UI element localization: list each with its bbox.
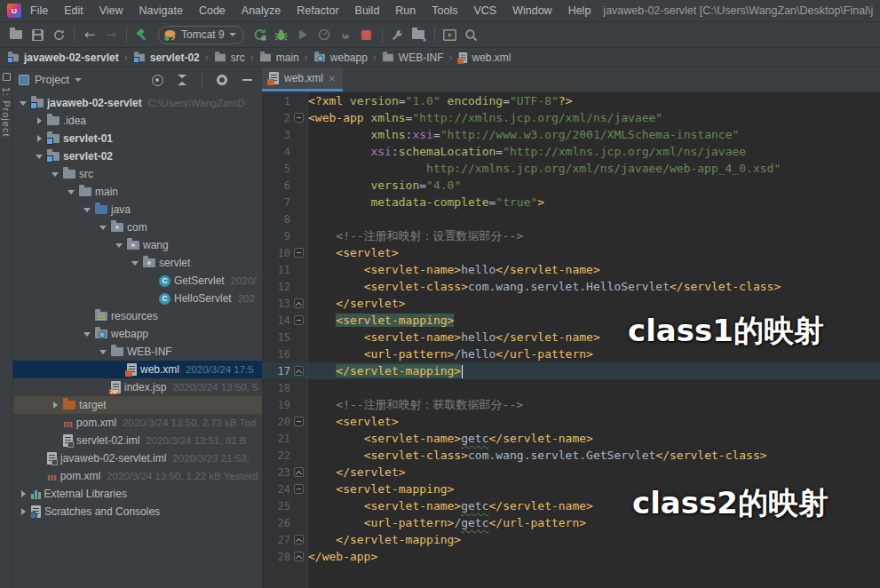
run-icon[interactable] <box>250 24 271 45</box>
breadcrumb-item-WEB-INF[interactable]: WEB-INF <box>382 52 444 64</box>
collapse-all-icon[interactable] <box>172 70 192 90</box>
attach-icon[interactable] <box>335 24 356 45</box>
fold-marker-icon[interactable] <box>294 113 304 123</box>
tree-item-meta: 2020/3/24 13:51, 81 B <box>146 435 246 446</box>
tree-row[interactable]: servlet <box>13 254 262 272</box>
tree-row[interactable]: servlet-02.iml2020/3/24 13:51, 81 B <box>13 432 262 449</box>
tree-expand-arrow[interactable] <box>17 508 29 515</box>
fold-marker-icon[interactable] <box>294 484 304 494</box>
menu-tools[interactable]: Tools <box>432 4 457 17</box>
tree-row[interactable]: .idea <box>13 112 262 130</box>
chevron-down-icon[interactable] <box>75 78 82 82</box>
tree-row[interactable]: wang <box>13 236 262 254</box>
menu-navigate[interactable]: Navigate <box>139 4 183 17</box>
project-stripe-tab[interactable]: 1: Project <box>1 87 12 137</box>
fold-marker-icon[interactable] <box>294 535 304 544</box>
tree-expand-arrow[interactable] <box>81 332 93 337</box>
code-editor[interactable]: 1234567891011121314151617181920212223242… <box>262 92 880 588</box>
tree-expand-arrow[interactable] <box>97 226 109 230</box>
forward-icon[interactable]: → <box>100 24 122 45</box>
tree-expand-arrow[interactable] <box>129 261 141 266</box>
sync-icon[interactable] <box>48 24 69 45</box>
menu-build[interactable]: Build <box>355 4 380 17</box>
code-area[interactable]: <?xml version="1.0" encoding="UTF-8"?><w… <box>308 92 880 588</box>
breadcrumb-item-webapp[interactable]: webapp <box>313 52 368 64</box>
tree-row[interactable]: resources <box>13 307 262 325</box>
tree-expand-arrow[interactable] <box>49 401 61 409</box>
fold-marker-icon[interactable] <box>294 552 304 561</box>
tree-row[interactable]: src <box>13 165 262 183</box>
fold-marker-icon[interactable] <box>294 298 304 308</box>
tree-expand-arrow[interactable] <box>49 172 61 177</box>
menu-file[interactable]: File <box>30 4 48 17</box>
debug-icon[interactable] <box>271 24 292 45</box>
menu-window[interactable]: Window <box>512 4 551 17</box>
menu-code[interactable]: Code <box>199 4 226 17</box>
menu-refactor[interactable]: Refactor <box>297 4 338 17</box>
fold-marker-icon[interactable] <box>294 467 304 477</box>
back-icon[interactable]: ← <box>79 24 100 45</box>
tree-row[interactable]: java <box>13 201 262 219</box>
coverage-icon[interactable] <box>292 24 313 45</box>
tree-row[interactable]: javaweb-02-servletC:\Users\WangZan\D <box>13 94 262 112</box>
breadcrumb-item-web.xml[interactable]: web.xml <box>458 52 511 64</box>
menu-view[interactable]: View <box>99 4 123 17</box>
tree-expand-arrow[interactable] <box>33 135 45 142</box>
close-icon[interactable]: × <box>329 73 336 84</box>
tree-row[interactable]: servlet-01 <box>13 130 262 147</box>
tree-row[interactable]: index.jsp2020/3/24 13:50, 5 <box>13 378 262 396</box>
gutter-line: 27 <box>262 531 307 548</box>
fold-marker-icon[interactable] <box>294 366 304 376</box>
tree-row[interactable]: CHelloServlet202 <box>13 290 262 307</box>
search-icon[interactable] <box>461 24 482 45</box>
menu-help[interactable]: Help <box>568 4 591 17</box>
fold-marker-icon[interactable] <box>294 315 304 325</box>
build-hammer-icon[interactable] <box>131 24 153 45</box>
project-panel-title[interactable]: Project <box>35 74 69 86</box>
tree-expand-arrow[interactable] <box>81 208 93 212</box>
run-configuration-selector[interactable]: Tomcat 9 <box>158 26 244 44</box>
project-structure-icon[interactable] <box>408 24 430 45</box>
tree-expand-arrow[interactable] <box>33 117 45 124</box>
breadcrumb-item-javaweb-02-servlet[interactable]: javaweb-02-servlet <box>7 52 119 64</box>
menu-run[interactable]: Run <box>395 4 416 17</box>
menu-vcs[interactable]: VCS <box>473 4 496 17</box>
tree-expand-arrow[interactable] <box>97 350 109 354</box>
fold-marker-icon[interactable] <box>294 417 304 426</box>
tree-row[interactable]: com <box>13 219 262 236</box>
tree-row[interactable]: javaweb-02-servlet.iml2020/3/23 21:53, <box>13 449 262 467</box>
tree-row[interactable]: Scratches and Consoles <box>13 503 262 520</box>
tree-row[interactable]: External Libraries <box>13 485 262 503</box>
fold-marker-icon[interactable] <box>294 248 304 258</box>
tree-expand-arrow[interactable] <box>65 190 77 195</box>
tree-expand-arrow[interactable] <box>17 101 29 106</box>
tree-expand-arrow[interactable] <box>33 155 45 159</box>
tab-web-xml[interactable]: web.xml × <box>262 68 343 91</box>
locate-file-icon[interactable] <box>147 70 167 90</box>
tree-expand-arrow[interactable] <box>113 243 125 248</box>
profiler-icon[interactable] <box>313 24 335 45</box>
menu-edit[interactable]: Edit <box>64 4 83 17</box>
tree-row[interactable]: WEB-INF <box>13 343 262 361</box>
window-icon[interactable] <box>440 24 461 45</box>
menu-analyze[interactable]: Analyze <box>242 4 281 17</box>
gear-icon[interactable] <box>212 70 232 90</box>
tree-row[interactable]: main <box>13 183 262 201</box>
open-icon[interactable] <box>5 24 27 45</box>
tree-row[interactable]: target <box>13 396 262 414</box>
tree-row[interactable]: web.xml2020/3/24 17:5 <box>13 361 262 378</box>
wrench-icon[interactable] <box>387 24 408 45</box>
code-line: <!--注册和映射：获取数据部分--> <box>308 396 880 413</box>
breadcrumb-item-servlet-02[interactable]: servlet-02 <box>133 52 200 64</box>
stop-icon[interactable] <box>356 24 377 45</box>
tree-row[interactable]: mpom.xml2020/3/24 13:50, 1.22 kB Yesterd <box>13 467 262 485</box>
tree-row[interactable]: servlet-02 <box>13 147 262 165</box>
hide-panel-icon[interactable] <box>237 70 257 90</box>
tree-row[interactable]: CGetServlet2020/ <box>13 272 262 290</box>
tree-row[interactable]: mpom.xml2020/3/24 13:50, 2.72 kB Tod <box>13 414 262 432</box>
breadcrumb-item-main[interactable]: main <box>259 52 299 64</box>
tree-expand-arrow[interactable] <box>17 490 29 497</box>
breadcrumb-item-src[interactable]: src <box>214 52 245 64</box>
save-icon[interactable] <box>27 24 48 45</box>
tree-row[interactable]: webapp <box>13 325 262 343</box>
